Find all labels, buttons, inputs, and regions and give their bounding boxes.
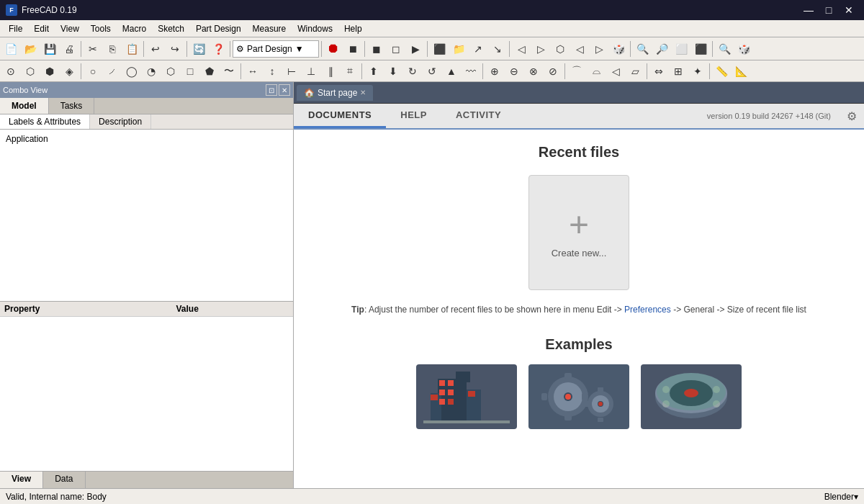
- view-right-button[interactable]: ▷: [531, 40, 550, 58]
- doc-tab-activity[interactable]: ACTIVITY: [441, 104, 516, 128]
- start-tab-close[interactable]: ✕: [360, 89, 366, 96]
- arc-btn[interactable]: ◔: [142, 62, 161, 81]
- copy-button[interactable]: ⎘: [103, 40, 122, 58]
- import-button[interactable]: ↘: [488, 40, 507, 58]
- example-card-2[interactable]: [528, 364, 629, 429]
- zoom-in-button[interactable]: 🔍: [633, 40, 652, 58]
- menu-windows[interactable]: Windows: [292, 22, 338, 35]
- circle-btn[interactable]: ◯: [122, 62, 141, 81]
- view-left-button[interactable]: ◁: [512, 40, 531, 58]
- menu-file[interactable]: File: [3, 22, 28, 35]
- prop-tab-view[interactable]: View: [0, 472, 43, 488]
- body-button[interactable]: ⬡: [21, 62, 40, 81]
- sweep-btn[interactable]: 〰: [462, 62, 480, 81]
- help-button[interactable]: ❓: [209, 40, 228, 58]
- menu-macro[interactable]: Macro: [117, 22, 152, 35]
- export-button[interactable]: ↗: [469, 40, 487, 58]
- combo-tab-model[interactable]: Model: [0, 98, 49, 114]
- revolution-btn[interactable]: ↻: [403, 62, 422, 81]
- fit-all-button[interactable]: ⬜: [672, 40, 690, 58]
- mirror-btn[interactable]: ⇔: [649, 62, 668, 81]
- measure1-btn[interactable]: 📏: [712, 62, 731, 81]
- cut-button[interactable]: ✂: [84, 40, 102, 58]
- fit-select-button[interactable]: ⬛: [691, 40, 710, 58]
- view-fwd-button[interactable]: ▷: [590, 40, 608, 58]
- create-new-card[interactable]: + Create new...: [528, 175, 629, 290]
- example-card-1[interactable]: [416, 364, 517, 429]
- tree-item-application[interactable]: Application: [3, 132, 290, 145]
- chamfer-btn[interactable]: ⌓: [587, 62, 606, 81]
- close-button[interactable]: ✕: [840, 3, 858, 17]
- spline-btn[interactable]: 〜: [220, 62, 238, 81]
- record-button[interactable]: ⏺: [324, 40, 343, 58]
- array-btn[interactable]: ⊞: [669, 62, 688, 81]
- view-cube-button[interactable]: 🎲: [609, 40, 628, 58]
- doc-tab-help[interactable]: HELP: [386, 104, 441, 128]
- groove-btn[interactable]: ↺: [423, 62, 441, 81]
- constraint3-btn[interactable]: ⊢: [282, 62, 301, 81]
- combo-tab-tasks[interactable]: Tasks: [49, 98, 95, 114]
- loft-btn[interactable]: ▲: [442, 62, 461, 81]
- minimize-button[interactable]: —: [799, 3, 818, 17]
- refresh-button[interactable]: 🔄: [189, 40, 208, 58]
- stop-button[interactable]: ⏹: [343, 40, 362, 58]
- draft-btn[interactable]: ◁: [606, 62, 625, 81]
- part-button[interactable]: ⬢: [40, 62, 59, 81]
- section-btn[interactable]: ✦: [688, 62, 707, 81]
- bool3-btn[interactable]: ⊗: [524, 62, 543, 81]
- preferences-link[interactable]: Preferences: [624, 305, 671, 315]
- view-back-button[interactable]: ◁: [570, 40, 589, 58]
- zoom-out-button[interactable]: 🔎: [652, 40, 671, 58]
- bool4-btn[interactable]: ⊘: [544, 62, 562, 81]
- menu-edit[interactable]: Edit: [28, 22, 55, 35]
- paste-button[interactable]: 📋: [122, 40, 141, 58]
- pad-btn[interactable]: ⬆: [364, 62, 383, 81]
- menu-sketch[interactable]: Sketch: [152, 22, 190, 35]
- new-file-button[interactable]: 📄: [1, 40, 20, 58]
- save-file-button[interactable]: 💾: [40, 40, 59, 58]
- thickness-btn[interactable]: ▱: [626, 62, 644, 81]
- start-page-tab[interactable]: 🏠 Start page ✕: [297, 85, 373, 101]
- isometric-button[interactable]: 🎲: [734, 40, 753, 58]
- fillet-btn[interactable]: ⌒: [567, 62, 586, 81]
- workbench-dropdown[interactable]: ⚙ Part Design ▼: [233, 40, 319, 58]
- menu-tools[interactable]: Tools: [85, 22, 117, 35]
- combo-restore-button[interactable]: ⊡: [266, 84, 277, 96]
- open-file-button[interactable]: 📂: [21, 40, 40, 58]
- nav-button[interactable]: ◼: [367, 40, 386, 58]
- bool1-btn[interactable]: ⊕: [485, 62, 504, 81]
- constraint4-btn[interactable]: ⊥: [302, 62, 320, 81]
- menu-view[interactable]: View: [55, 22, 85, 35]
- constraint5-btn[interactable]: ∥: [321, 62, 340, 81]
- print-button[interactable]: 🖨: [60, 40, 78, 58]
- measure2-btn[interactable]: 📐: [732, 62, 750, 81]
- constraint2-btn[interactable]: ↕: [263, 62, 282, 81]
- poly-btn[interactable]: ⬡: [161, 62, 180, 81]
- doc-tab-documents[interactable]: DOCUMENTS: [294, 104, 386, 128]
- line-btn[interactable]: ⟋: [103, 62, 122, 81]
- execute-button[interactable]: ▶: [406, 40, 425, 58]
- zoom-level-button[interactable]: 🔍: [715, 40, 734, 58]
- maximize-button[interactable]: □: [819, 3, 838, 17]
- combo-close-button[interactable]: ✕: [279, 84, 290, 96]
- sketch-btn[interactable]: ○: [84, 62, 102, 81]
- view3d-button[interactable]: ⬡: [551, 40, 570, 58]
- bool2-btn[interactable]: ⊖: [505, 62, 523, 81]
- folder-button[interactable]: 📁: [449, 40, 468, 58]
- combo-subtab-description[interactable]: Description: [90, 114, 151, 129]
- subpart-button[interactable]: ◈: [60, 62, 78, 81]
- undo-button[interactable]: ↩: [146, 40, 165, 58]
- menu-help[interactable]: Help: [338, 22, 368, 35]
- settings-icon[interactable]: ⚙: [840, 109, 864, 123]
- constraint1-btn[interactable]: ↔: [243, 62, 262, 81]
- nav2-button[interactable]: ◻: [387, 40, 405, 58]
- prop-tab-data[interactable]: Data: [43, 472, 85, 488]
- misc-btn[interactable]: ⬟: [200, 62, 219, 81]
- statusbar-right[interactable]: Blender▾: [824, 492, 858, 502]
- combo-subtab-labels[interactable]: Labels & Attributes: [0, 114, 90, 129]
- redo-button[interactable]: ↪: [166, 40, 184, 58]
- 3d-button[interactable]: ⬛: [430, 40, 449, 58]
- point-button[interactable]: ⊙: [1, 62, 20, 81]
- pocket-btn[interactable]: ⬇: [384, 62, 402, 81]
- menu-measure[interactable]: Measure: [247, 22, 292, 35]
